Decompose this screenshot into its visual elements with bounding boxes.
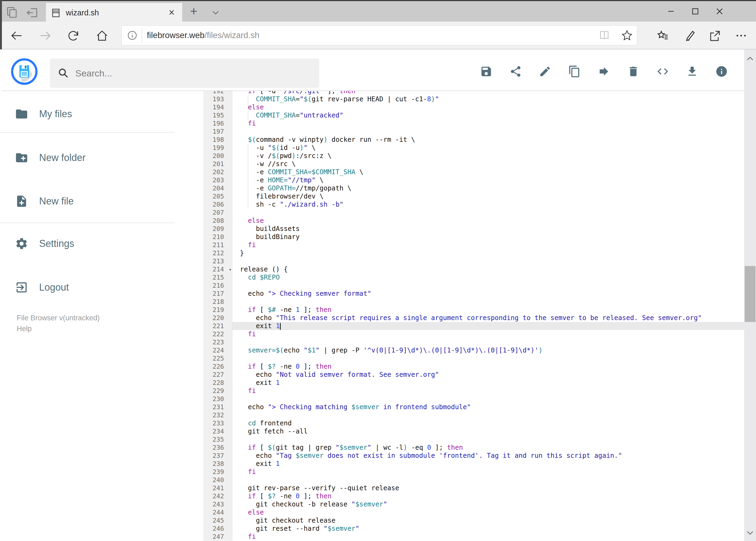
code-text[interactable]: exit 1	[232, 322, 744, 330]
close-window-button[interactable]	[707, 1, 732, 22]
code-text[interactable]: -e HOME="//tmp" \	[232, 176, 744, 184]
code-line[interactable]: 192 if [ -d "/src/.git" ]; then	[203, 91, 744, 95]
code-line[interactable]: 222 fi	[203, 330, 744, 338]
code-line[interactable]: 232	[203, 411, 744, 419]
code-line[interactable]: 247 fi	[203, 533, 744, 541]
code-line[interactable]: 237 echo "Tag $semver does not exist in …	[203, 452, 744, 460]
source-code-button[interactable]	[656, 65, 669, 78]
code-text[interactable]: else	[232, 508, 744, 516]
code-text[interactable]: -e COMMIT_SHA=$COMMIT_SHA \	[232, 168, 744, 176]
code-text[interactable]: buildAssets	[232, 225, 744, 233]
code-text[interactable]: fi	[232, 241, 744, 249]
code-text[interactable]: echo "> Checking matching $semver in fro…	[232, 403, 744, 411]
sidebar-item-new-folder[interactable]: New folder	[0, 145, 175, 171]
scrollbar-thumb[interactable]	[745, 266, 755, 322]
code-text[interactable]	[232, 257, 744, 265]
code-line[interactable]: 214▾release () {	[203, 265, 744, 273]
code-line[interactable]: 231 echo "> Checking matching $semver in…	[203, 403, 744, 411]
code-text[interactable]	[232, 395, 744, 403]
code-line[interactable]: 226 if [ $? -ne 0 ]; then	[203, 362, 744, 370]
code-text[interactable]: sh -c "./wizard.sh -b"	[232, 201, 744, 209]
code-text[interactable]: -e GOPATH=//tmp/gopath \	[232, 184, 744, 192]
code-text[interactable]: $(command -v winpty) docker run --rm -it…	[232, 136, 744, 144]
code-text[interactable]: echo "> Checking semver format"	[232, 289, 744, 297]
code-line[interactable]: 195 COMMIT_SHA="untracked"	[203, 111, 744, 119]
code-line[interactable]: 241 git rev-parse --verify --quiet relea…	[203, 484, 744, 492]
code-line[interactable]: 227 echo "Not valid semver format. See s…	[203, 370, 744, 379]
code-text[interactable]: fi	[232, 119, 744, 128]
delete-button[interactable]	[627, 65, 640, 78]
code-editor[interactable]: 192 if [ -d "/src/.git" ]; then193 COMMI…	[203, 91, 744, 541]
code-text[interactable]: echo "Tag $semver does not exist in subm…	[232, 452, 744, 460]
code-line[interactable]: 224 semver=$(echo "$1" | grep -P '^v(0|[…	[203, 346, 744, 354]
help-link[interactable]: Help	[17, 323, 100, 334]
code-line[interactable]: 243 git checkout -b release "$semver"	[203, 500, 744, 508]
code-text[interactable]: semver=$(echo "$1" | grep -P '^v(0|[1-9]…	[232, 346, 744, 354]
code-text[interactable]: if [ $# -ne 1 ]; then	[232, 306, 744, 314]
code-line[interactable]: 193 COMMIT_SHA="$(git rev-parse HEAD | c…	[203, 95, 744, 103]
search-bar[interactable]	[50, 59, 319, 88]
code-text[interactable]: exit 1	[232, 460, 744, 468]
site-info-icon[interactable]	[126, 30, 138, 41]
code-line[interactable]: 203 -e HOME="//tmp" \	[203, 176, 744, 184]
set-tabs-aside-icon[interactable]	[26, 6, 39, 19]
sidebar-item-new-file[interactable]: New file	[0, 188, 175, 214]
code-line[interactable]: 216	[203, 281, 744, 289]
code-text[interactable]: -v /$(pwd):/src:z \	[232, 152, 744, 160]
code-line[interactable]: 210 buildBinary	[203, 233, 744, 241]
browser-tab[interactable]: wizard.sh ×	[46, 3, 182, 23]
code-text[interactable]: fi	[232, 387, 744, 395]
code-text[interactable]: git reset --hard "$semver"	[232, 525, 744, 533]
code-line[interactable]: 229 fi	[203, 387, 744, 395]
code-text[interactable]: git rev-parse --verify --quiet release	[232, 484, 744, 492]
code-line[interactable]: 218	[203, 297, 744, 306]
tab-preview-icon[interactable]	[5, 6, 18, 19]
code-line[interactable]: 201 -w //src \	[203, 160, 744, 168]
move-button[interactable]	[598, 65, 610, 78]
code-text[interactable]: if [ $? -ne 0 ]; then	[232, 362, 744, 370]
code-text[interactable]	[232, 281, 744, 289]
code-line[interactable]: 217 echo "> Checking semver format"	[203, 289, 744, 297]
code-line[interactable]: 200 -v /$(pwd):/src:z \	[203, 152, 744, 160]
share-page-icon[interactable]	[708, 29, 721, 42]
search-input[interactable]	[75, 68, 291, 79]
more-options-icon[interactable]	[735, 29, 748, 42]
favorites-hub-icon[interactable]	[656, 29, 669, 42]
code-text[interactable]: COMMIT_SHA="untracked"	[232, 111, 744, 119]
code-line[interactable]: 213	[203, 257, 744, 265]
code-text[interactable]: buildBinary	[232, 233, 744, 241]
favorite-star-icon[interactable]	[621, 29, 633, 42]
code-text[interactable]: filebrowser/dev \	[232, 192, 744, 201]
code-line[interactable]: 238 exit 1	[203, 460, 744, 468]
code-text[interactable]	[232, 128, 744, 136]
code-line[interactable]: 198 $(command -v winpty) docker run --rm…	[203, 136, 744, 144]
code-line[interactable]: 245 git checkout release	[203, 516, 744, 525]
code-line[interactable]: 220 echo "This release script requires a…	[203, 314, 744, 322]
code-line[interactable]: 221 exit 1	[203, 322, 744, 330]
code-text[interactable]	[232, 435, 744, 443]
code-line[interactable]: 228 exit 1	[203, 379, 744, 387]
code-text[interactable]	[232, 209, 744, 217]
code-text[interactable]: git fetch --all	[232, 427, 744, 435]
filebrowser-logo[interactable]	[11, 58, 38, 85]
code-text[interactable]: if [ -d "/src/.git" ]; then	[232, 91, 744, 95]
back-button[interactable]	[10, 29, 23, 42]
code-text[interactable]: cd frontend	[232, 419, 744, 427]
code-line[interactable]: 209 buildAssets	[203, 225, 744, 233]
save-button[interactable]	[480, 65, 493, 78]
sidebar-item-logout[interactable]: Logout	[0, 274, 175, 300]
code-line[interactable]: 215 cd $REPO	[203, 273, 744, 281]
code-line[interactable]: 212}	[203, 249, 744, 257]
code-line[interactable]: 236 if [ $(git tag | grep "$semver" | wc…	[203, 443, 744, 452]
refresh-button[interactable]	[67, 29, 80, 42]
reading-view-icon[interactable]	[598, 29, 611, 42]
code-line[interactable]: 205 filebrowser/dev \	[203, 192, 744, 201]
tab-close-icon[interactable]: ×	[169, 5, 175, 20]
code-text[interactable]: fi	[232, 533, 744, 541]
code-text[interactable]: echo "This release script requires a sin…	[232, 314, 744, 322]
code-line[interactable]: 196 fi	[203, 119, 744, 128]
code-line[interactable]: 234 git fetch --all	[203, 427, 744, 435]
code-text[interactable]	[232, 411, 744, 419]
code-line[interactable]: 199 -u "$(id -u)" \	[203, 144, 744, 152]
code-line[interactable]: 246 git reset --hard "$semver"	[203, 525, 744, 533]
